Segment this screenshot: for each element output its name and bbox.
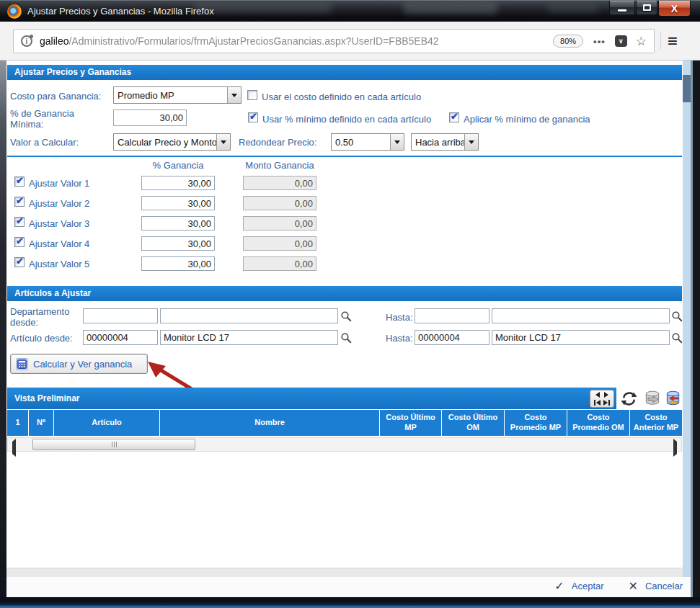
column-header[interactable]: Nombre — [160, 410, 380, 436]
titlebar: Ajustar Precios y Ganancias - Mozilla Fi… — [0, 0, 700, 22]
ajustar-valor-1-label: Ajustar Valor 1 — [29, 178, 89, 189]
footer-actions: ✓ Aceptar ✕ Cancelar — [554, 579, 683, 593]
cancelar-button[interactable]: Cancelar — [645, 581, 683, 591]
column-header[interactable]: Artículo — [54, 410, 160, 436]
articulo-desde-codigo-input[interactable] — [83, 330, 158, 345]
redondear-precio-select[interactable]: 0.50 — [331, 133, 404, 151]
departamento-hasta-nombre-input[interactable] — [492, 308, 670, 323]
database-export-icon[interactable] — [643, 389, 662, 408]
usar-costo-label: Usar el costo definido en cada artículo — [262, 91, 421, 102]
window-frame-left — [0, 61, 6, 597]
redondear-precio-label: Redondear Precio: — [239, 137, 316, 148]
minimize-icon — [618, 9, 626, 12]
scrollbar-grip — [114, 442, 115, 447]
search-icon[interactable] — [340, 310, 352, 322]
close-button[interactable]: X — [658, 1, 691, 17]
calcular-ver-ganancia-button[interactable]: Calcular y Ver ganancia — [10, 354, 148, 374]
column-header[interactable]: Costo Último MP — [380, 410, 442, 436]
window-controls: X — [609, 1, 691, 17]
column-header[interactable]: Costo Promedio OM — [567, 410, 630, 436]
background-blur — [548, 4, 598, 13]
page-actions-icon[interactable]: ••• — [593, 36, 606, 47]
ajustar-valor-1-checkbox[interactable] — [14, 176, 25, 187]
first-page-icon[interactable] — [594, 400, 601, 406]
chevron-down-icon — [390, 134, 404, 150]
search-icon[interactable] — [671, 310, 683, 322]
usar-costo-checkbox[interactable] — [247, 90, 257, 100]
ajustar-valor-4-label: Ajustar Valor 4 — [29, 238, 89, 249]
direccion-redondeo-value: Hacia arriba — [412, 137, 464, 148]
usar-minimo-checkbox[interactable] — [248, 112, 258, 122]
direccion-redondeo-select[interactable]: Hacia arriba — [411, 133, 479, 151]
ganancia-valor-1-input[interactable] — [141, 176, 215, 190]
next-page-icon[interactable] — [604, 392, 608, 398]
articulo-desde-nombre-input[interactable] — [160, 330, 338, 345]
column-header[interactable]: 1 — [7, 410, 29, 436]
search-icon[interactable] — [340, 332, 352, 344]
costo-ganancia-select[interactable]: Promedio MP — [113, 86, 242, 104]
minimize-button[interactable] — [609, 1, 635, 15]
ajustar-valor-5-checkbox[interactable] — [14, 257, 25, 267]
menu-icon[interactable]: ≡ — [668, 29, 678, 53]
ajustar-valor-4-checkbox[interactable] — [14, 237, 25, 247]
column-header[interactable]: Costo Último OM — [442, 410, 505, 436]
valor-calcular-label: Valor a Calcular: — [10, 137, 79, 148]
column-header[interactable]: Nº — [29, 410, 54, 436]
chevron-down-icon — [227, 87, 241, 103]
ganancia-valor-5-input[interactable] — [141, 256, 215, 271]
ganancia-minima-label-1: % de Ganancia — [10, 108, 74, 119]
site-info-icon[interactable]: i — [21, 35, 32, 47]
url-path: /Administrativo/Formularios/frmAjustarPr… — [68, 35, 438, 47]
database-import-icon[interactable] — [663, 389, 682, 408]
bookmark-star-icon[interactable]: ☆ — [636, 35, 647, 48]
background-blur — [195, 3, 332, 14]
ganancia-minima-input[interactable] — [113, 109, 187, 126]
firefox-window: Ajustar Precios y Ganancias - Mozilla Fi… — [0, 0, 700, 608]
scrollbar-thumb[interactable] — [32, 439, 195, 450]
ganancia-valor-2-input[interactable] — [141, 196, 215, 210]
departamento-hasta-codigo-input[interactable] — [415, 308, 489, 323]
prev-page-icon[interactable] — [595, 392, 600, 398]
window-title: Ajustar Precios y Ganancias - Mozilla Fi… — [27, 1, 214, 22]
preview-table-header: 1 Nº Artículo Nombre Costo Último MP Cos… — [7, 410, 682, 436]
aplicar-minimo-checkbox[interactable] — [449, 112, 459, 122]
accept-check-icon: ✓ — [554, 579, 564, 593]
last-page-icon[interactable] — [603, 400, 610, 406]
articulo-hasta-codigo-input[interactable] — [415, 330, 489, 345]
toolbar-separator — [660, 32, 661, 50]
refresh-icon[interactable] — [620, 390, 638, 408]
pocket-icon[interactable]: ∨ — [615, 35, 627, 47]
ajustar-valor-2-checkbox[interactable] — [14, 197, 25, 207]
valor-calcular-select[interactable]: Calcular Precio y Monto — [113, 133, 231, 151]
monto-valor-4-input — [243, 236, 316, 251]
ajustar-valor-5-label: Ajustar Valor 5 — [29, 259, 89, 269]
col-header-monto: Monto Ganancia — [243, 160, 316, 171]
monto-valor-2-input — [243, 196, 316, 210]
column-header[interactable]: Costo Promedio MP — [505, 410, 567, 436]
aceptar-button[interactable]: Aceptar — [572, 581, 604, 591]
departamento-desde-codigo-input[interactable] — [83, 308, 158, 323]
pager-control[interactable] — [590, 390, 614, 408]
url-text[interactable]: galileo/Administrativo/Formularios/frmAj… — [40, 35, 547, 47]
zoom-level-badge[interactable]: 80% — [553, 35, 583, 48]
section-header-articulos: Artículos a Ajustar — [7, 286, 682, 301]
maximize-icon — [643, 4, 651, 11]
ganancia-valor-4-input[interactable] — [141, 236, 215, 251]
horizontal-scrollbar[interactable] — [7, 437, 682, 452]
usar-minimo-label: Usar % mínimo definido en cada artículo — [262, 114, 431, 125]
scroll-left-icon[interactable] — [12, 442, 16, 455]
column-header[interactable]: Costo Anterior MP — [630, 410, 682, 436]
cancel-x-icon: ✕ — [629, 579, 638, 593]
url-host: galileo — [40, 35, 68, 47]
articulo-hasta-nombre-input[interactable] — [492, 330, 670, 345]
ganancia-valor-3-input[interactable] — [141, 216, 215, 231]
maximize-button[interactable] — [636, 1, 657, 15]
ajustar-valor-3-checkbox[interactable] — [14, 217, 25, 227]
url-bar[interactable]: i galileo/Administrativo/Formularios/frm… — [13, 29, 655, 53]
search-icon[interactable] — [671, 332, 683, 344]
departamento-label-1: Departamento — [10, 306, 69, 317]
valor-calcular-value: Calcular Precio y Monto — [114, 137, 216, 148]
monto-valor-3-input — [243, 216, 316, 231]
departamento-desde-nombre-input[interactable] — [160, 308, 338, 323]
scroll-right-icon[interactable] — [673, 442, 677, 455]
